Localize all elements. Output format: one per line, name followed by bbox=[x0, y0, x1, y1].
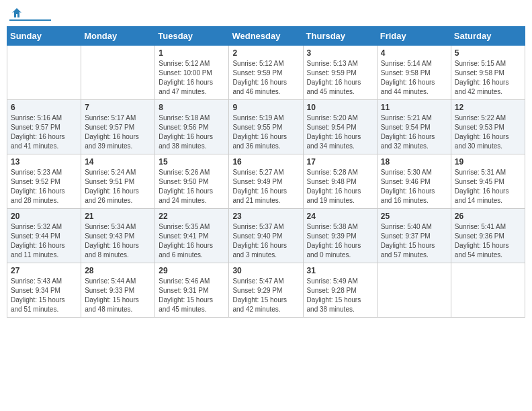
day-info-24: Sunrise: 5:38 AM Sunset: 9:39 PM Dayligh… bbox=[307, 222, 373, 260]
day-number-22: 22 bbox=[159, 212, 225, 221]
day-cell-23: 23Sunrise: 5:37 AM Sunset: 9:40 PM Dayli… bbox=[229, 209, 303, 263]
day-number-26: 26 bbox=[455, 212, 521, 221]
day-number-12: 12 bbox=[455, 103, 521, 112]
day-info-22: Sunrise: 5:35 AM Sunset: 9:41 PM Dayligh… bbox=[159, 222, 225, 260]
day-number-15: 15 bbox=[159, 157, 225, 167]
day-number-7: 7 bbox=[85, 103, 151, 112]
svg-marker-0 bbox=[12, 8, 21, 17]
day-info-1: Sunrise: 5:12 AM Sunset: 10:00 PM Daylig… bbox=[159, 59, 225, 97]
week-row-4: 20Sunrise: 5:32 AM Sunset: 9:44 PM Dayli… bbox=[7, 209, 525, 263]
day-number-31: 31 bbox=[307, 266, 373, 275]
day-info-6: Sunrise: 5:16 AM Sunset: 9:57 PM Dayligh… bbox=[11, 113, 77, 151]
day-cell-28: 28Sunrise: 5:44 AM Sunset: 9:33 PM Dayli… bbox=[81, 263, 155, 318]
day-number-24: 24 bbox=[307, 212, 373, 221]
day-number-8: 8 bbox=[159, 103, 225, 112]
header-saturday: Saturday bbox=[451, 27, 525, 46]
day-info-25: Sunrise: 5:40 AM Sunset: 9:37 PM Dayligh… bbox=[381, 222, 447, 260]
day-cell-8: 8Sunrise: 5:18 AM Sunset: 9:56 PM Daylig… bbox=[155, 100, 229, 154]
day-number-6: 6 bbox=[11, 103, 77, 112]
day-info-15: Sunrise: 5:26 AM Sunset: 9:50 PM Dayligh… bbox=[159, 168, 225, 205]
day-info-3: Sunrise: 5:13 AM Sunset: 9:59 PM Dayligh… bbox=[307, 59, 373, 97]
day-cell-20: 20Sunrise: 5:32 AM Sunset: 9:44 PM Dayli… bbox=[7, 209, 81, 263]
day-info-12: Sunrise: 5:22 AM Sunset: 9:53 PM Dayligh… bbox=[455, 113, 521, 151]
day-info-16: Sunrise: 5:27 AM Sunset: 9:49 PM Dayligh… bbox=[232, 168, 299, 205]
header-thursday: Thursday bbox=[303, 27, 377, 46]
day-number-2: 2 bbox=[232, 48, 299, 58]
day-cell-9: 9Sunrise: 5:19 AM Sunset: 9:55 PM Daylig… bbox=[229, 100, 303, 154]
day-cell-21: 21Sunrise: 5:34 AM Sunset: 9:43 PM Dayli… bbox=[81, 209, 155, 263]
week-row-1: 1Sunrise: 5:12 AM Sunset: 10:00 PM Dayli… bbox=[7, 46, 525, 100]
day-cell-19: 19Sunrise: 5:31 AM Sunset: 9:45 PM Dayli… bbox=[451, 154, 525, 209]
day-info-27: Sunrise: 5:43 AM Sunset: 9:34 PM Dayligh… bbox=[11, 277, 77, 314]
day-number-25: 25 bbox=[381, 212, 447, 221]
day-info-26: Sunrise: 5:41 AM Sunset: 9:36 PM Dayligh… bbox=[455, 222, 521, 260]
day-info-18: Sunrise: 5:30 AM Sunset: 9:46 PM Dayligh… bbox=[381, 168, 447, 205]
day-cell-11: 11Sunrise: 5:21 AM Sunset: 9:54 PM Dayli… bbox=[377, 100, 451, 154]
day-cell-30: 30Sunrise: 5:47 AM Sunset: 9:29 PM Dayli… bbox=[229, 263, 303, 318]
day-number-11: 11 bbox=[381, 103, 447, 112]
calendar-table: SundayMondayTuesdayWednesdayThursdayFrid… bbox=[7, 26, 525, 318]
day-cell-5: 5Sunrise: 5:15 AM Sunset: 9:58 PM Daylig… bbox=[451, 46, 525, 100]
day-number-19: 19 bbox=[455, 157, 521, 167]
day-info-4: Sunrise: 5:14 AM Sunset: 9:58 PM Dayligh… bbox=[381, 59, 447, 97]
day-number-1: 1 bbox=[159, 48, 225, 58]
day-info-31: Sunrise: 5:49 AM Sunset: 9:28 PM Dayligh… bbox=[307, 277, 373, 314]
day-info-14: Sunrise: 5:24 AM Sunset: 9:51 PM Dayligh… bbox=[85, 168, 151, 205]
empty-cell bbox=[377, 263, 451, 318]
logo-bird-icon bbox=[11, 7, 23, 19]
week-row-3: 13Sunrise: 5:23 AM Sunset: 9:52 PM Dayli… bbox=[7, 154, 525, 209]
header-sunday: Sunday bbox=[7, 27, 81, 46]
day-cell-10: 10Sunrise: 5:20 AM Sunset: 9:54 PM Dayli… bbox=[303, 100, 377, 154]
day-cell-6: 6Sunrise: 5:16 AM Sunset: 9:57 PM Daylig… bbox=[7, 100, 81, 154]
day-number-17: 17 bbox=[307, 157, 373, 167]
header-monday: Monday bbox=[81, 27, 155, 46]
day-cell-31: 31Sunrise: 5:49 AM Sunset: 9:28 PM Dayli… bbox=[303, 263, 377, 318]
day-cell-12: 12Sunrise: 5:22 AM Sunset: 9:53 PM Dayli… bbox=[451, 100, 525, 154]
day-info-29: Sunrise: 5:46 AM Sunset: 9:31 PM Dayligh… bbox=[159, 277, 225, 314]
header-friday: Friday bbox=[377, 27, 451, 46]
day-cell-17: 17Sunrise: 5:28 AM Sunset: 9:48 PM Dayli… bbox=[303, 154, 377, 209]
day-info-7: Sunrise: 5:17 AM Sunset: 9:57 PM Dayligh… bbox=[85, 113, 151, 151]
day-info-11: Sunrise: 5:21 AM Sunset: 9:54 PM Dayligh… bbox=[381, 113, 447, 151]
day-cell-4: 4Sunrise: 5:14 AM Sunset: 9:58 PM Daylig… bbox=[377, 46, 451, 100]
weekday-header-row: SundayMondayTuesdayWednesdayThursdayFrid… bbox=[7, 27, 525, 46]
day-number-23: 23 bbox=[232, 212, 299, 221]
day-cell-15: 15Sunrise: 5:26 AM Sunset: 9:50 PM Dayli… bbox=[155, 154, 229, 209]
day-info-21: Sunrise: 5:34 AM Sunset: 9:43 PM Dayligh… bbox=[85, 222, 151, 260]
empty-cell bbox=[451, 263, 525, 318]
day-number-14: 14 bbox=[85, 157, 151, 167]
day-number-16: 16 bbox=[232, 157, 299, 167]
day-info-23: Sunrise: 5:37 AM Sunset: 9:40 PM Dayligh… bbox=[232, 222, 299, 260]
day-info-10: Sunrise: 5:20 AM Sunset: 9:54 PM Dayligh… bbox=[307, 113, 373, 151]
day-number-28: 28 bbox=[85, 266, 151, 275]
day-cell-24: 24Sunrise: 5:38 AM Sunset: 9:39 PM Dayli… bbox=[303, 209, 377, 263]
day-cell-3: 3Sunrise: 5:13 AM Sunset: 9:59 PM Daylig… bbox=[303, 46, 377, 100]
day-info-30: Sunrise: 5:47 AM Sunset: 9:29 PM Dayligh… bbox=[232, 277, 299, 314]
empty-cell bbox=[81, 46, 155, 100]
day-number-10: 10 bbox=[307, 103, 373, 112]
logo bbox=[9, 7, 51, 21]
logo-underline bbox=[9, 19, 51, 21]
day-cell-18: 18Sunrise: 5:30 AM Sunset: 9:46 PM Dayli… bbox=[377, 154, 451, 209]
header-wednesday: Wednesday bbox=[229, 27, 303, 46]
day-cell-13: 13Sunrise: 5:23 AM Sunset: 9:52 PM Dayli… bbox=[7, 154, 81, 209]
day-info-8: Sunrise: 5:18 AM Sunset: 9:56 PM Dayligh… bbox=[159, 113, 225, 151]
day-number-27: 27 bbox=[11, 266, 77, 275]
day-cell-26: 26Sunrise: 5:41 AM Sunset: 9:36 PM Dayli… bbox=[451, 209, 525, 263]
day-cell-22: 22Sunrise: 5:35 AM Sunset: 9:41 PM Dayli… bbox=[155, 209, 229, 263]
day-number-4: 4 bbox=[381, 48, 447, 58]
day-info-5: Sunrise: 5:15 AM Sunset: 9:58 PM Dayligh… bbox=[455, 59, 521, 97]
day-info-28: Sunrise: 5:44 AM Sunset: 9:33 PM Dayligh… bbox=[85, 277, 151, 314]
day-number-13: 13 bbox=[11, 157, 77, 167]
day-info-20: Sunrise: 5:32 AM Sunset: 9:44 PM Dayligh… bbox=[11, 222, 77, 260]
empty-cell bbox=[7, 46, 81, 100]
day-number-21: 21 bbox=[85, 212, 151, 221]
day-number-18: 18 bbox=[381, 157, 447, 167]
day-number-20: 20 bbox=[11, 212, 77, 221]
day-number-30: 30 bbox=[232, 266, 299, 275]
day-number-5: 5 bbox=[455, 48, 521, 58]
day-cell-2: 2Sunrise: 5:12 AM Sunset: 9:59 PM Daylig… bbox=[229, 46, 303, 100]
page-header bbox=[7, 7, 525, 21]
day-cell-27: 27Sunrise: 5:43 AM Sunset: 9:34 PM Dayli… bbox=[7, 263, 81, 318]
day-cell-14: 14Sunrise: 5:24 AM Sunset: 9:51 PM Dayli… bbox=[81, 154, 155, 209]
